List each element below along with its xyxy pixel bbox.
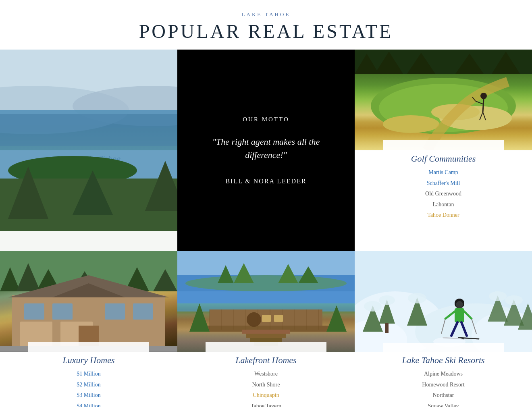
svg-point-89: [379, 295, 395, 305]
list-item[interactable]: Tahoe Tavern: [185, 401, 347, 407]
svg-rect-102: [455, 308, 464, 322]
svg-rect-88: [385, 323, 389, 333]
svg-rect-31: [383, 140, 504, 150]
list-item[interactable]: Lahontan: [363, 199, 524, 210]
svg-rect-74: [274, 315, 283, 322]
golf-communities-content: Golf Communities Martis Camp Schaffer's …: [355, 150, 532, 229]
motto-label: OUR MOTTO: [243, 116, 289, 123]
svg-point-54: [185, 275, 347, 291]
list-item[interactable]: Squaw Valley: [363, 401, 524, 407]
lakefront-homes-list: Westshore North Shore Chinquapin Tahoe T…: [185, 369, 347, 407]
lakefront-homes-title[interactable]: Lakefront Homes: [185, 355, 347, 365]
svg-rect-81: [206, 342, 326, 352]
north-lake-tahoe-image: [0, 50, 177, 150]
svg-rect-75: [242, 330, 290, 334]
svg-point-97: [505, 295, 523, 305]
svg-rect-45: [133, 303, 153, 320]
svg-rect-43: [52, 303, 73, 320]
list-item[interactable]: $2 Million: [8, 380, 169, 390]
motto-quote: "The right agent makes all the differenc…: [193, 135, 339, 162]
svg-rect-42: [24, 303, 44, 320]
header-subtitle: LAKE TAHOE: [0, 11, 532, 18]
svg-rect-112: [383, 343, 504, 352]
list-item[interactable]: North Shore: [185, 380, 347, 390]
svg-rect-59: [177, 291, 355, 311]
list-item[interactable]: Northstar: [363, 390, 524, 401]
luxury-homes-title[interactable]: Luxury Homes: [8, 355, 169, 365]
lakefront-image: [177, 251, 355, 352]
svg-line-26: [483, 99, 484, 112]
list-item[interactable]: Westshore: [185, 369, 347, 380]
list-item[interactable]: Alpine Meadows: [363, 369, 524, 380]
svg-point-95: [489, 291, 507, 301]
golf-communities-list: Martis Camp Schaffer's Mill Old Greenwoo…: [363, 167, 524, 221]
ski-image: [355, 251, 532, 352]
svg-point-23: [383, 115, 439, 133]
ski-resorts-cell: Lake Tahoe Ski Resorts Alpine Meadows Ho…: [355, 251, 532, 407]
ski-resorts-title[interactable]: Lake Tahoe Ski Resorts: [363, 355, 524, 365]
list-item[interactable]: Martis Camp: [363, 167, 524, 178]
motto-author: BILL & NORA LEEDER: [225, 178, 306, 185]
top-row: North Lake Tahoe Homewood Tahoe Park Dol…: [0, 50, 532, 251]
lakefront-homes-cell: Lakefront Homes Westshore North Shore Ch…: [177, 251, 355, 407]
list-item[interactable]: Schaffer's Mill: [363, 178, 524, 189]
luxury-image: [0, 251, 177, 352]
list-item[interactable]: $3 Million: [8, 390, 169, 401]
svg-point-101: [456, 301, 463, 308]
svg-point-72: [247, 312, 261, 327]
golf-communities-title[interactable]: Golf Communities: [363, 154, 524, 164]
svg-point-93: [408, 293, 426, 303]
list-item[interactable]: $1 Million: [8, 369, 169, 380]
golf-image: [355, 50, 532, 150]
list-item[interactable]: Old Greenwood: [363, 189, 524, 199]
svg-rect-44: [105, 303, 125, 320]
list-item[interactable]: $4 Million: [8, 401, 169, 407]
list-item[interactable]: Chinquapin: [185, 390, 347, 401]
list-item[interactable]: Tahoe Donner: [363, 210, 524, 221]
svg-rect-51: [28, 342, 149, 352]
svg-rect-77: [250, 338, 282, 342]
motto-cell: OUR MOTTO "The right agent makes all the…: [177, 50, 355, 251]
svg-rect-53: [177, 251, 355, 275]
ski-resorts-content: Lake Tahoe Ski Resorts Alpine Meadows Ho…: [355, 352, 532, 407]
svg-rect-4: [0, 114, 177, 146]
list-item[interactable]: Homewood Resort: [363, 380, 524, 390]
page-header: LAKE TAHOE POPULAR REAL ESTATE: [0, 0, 532, 50]
lakefront-homes-content: Lakefront Homes Westshore North Shore Ch…: [177, 352, 355, 407]
luxury-homes-cell: Luxury Homes $1 Million $2 Million $3 Mi…: [0, 251, 177, 407]
svg-rect-76: [246, 334, 286, 338]
ski-resorts-list: Alpine Meadows Homewood Resort Northstar…: [363, 369, 524, 407]
luxury-homes-list: $1 Million $2 Million $3 Million $4 Mill…: [8, 369, 169, 407]
svg-point-91: [364, 301, 382, 311]
svg-point-25: [480, 93, 487, 99]
svg-rect-73: [262, 315, 271, 322]
golf-communities-cell: Golf Communities Martis Camp Schaffer's …: [355, 50, 532, 251]
luxury-homes-content: Luxury Homes $1 Million $2 Million $3 Mi…: [0, 352, 177, 407]
north-lake-tahoe-cell: North Lake Tahoe Homewood Tahoe Park Dol…: [0, 50, 177, 251]
bottom-row: Luxury Homes $1 Million $2 Million $3 Mi…: [0, 251, 532, 407]
header-title: POPULAR REAL ESTATE: [0, 20, 532, 42]
